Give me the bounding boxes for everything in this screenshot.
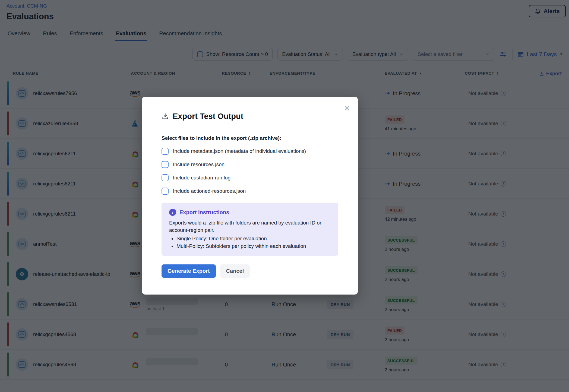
option-actioned-resources-json[interactable]: Include actioned-resources.json: [162, 188, 338, 195]
checkbox-metadata-json[interactable]: [162, 148, 169, 155]
checkbox-resources-json[interactable]: [162, 161, 169, 168]
export-options: Include metadata.json (metadata of indiv…: [142, 141, 358, 195]
option-resources-json[interactable]: Include resources.json: [162, 161, 338, 168]
select-files-label: Select files to include in the export (.…: [142, 128, 358, 141]
checkbox-custodian-run-log[interactable]: [162, 174, 169, 181]
generate-export-button[interactable]: Generate Export: [162, 264, 216, 278]
instructions-body: Exports would a .zip file with folders a…: [169, 219, 327, 234]
option-metadata-json[interactable]: Include metadata.json (metadata of indiv…: [162, 148, 338, 155]
evaluations-page: Account: CCM-NG Evaluations Alerts Overv…: [0, 0, 569, 392]
info-bubble-icon: i: [169, 209, 176, 216]
bullet-single-policy: Single Policy: One folder per evaluation: [176, 235, 331, 243]
close-icon[interactable]: ✕: [344, 105, 350, 112]
cancel-button[interactable]: Cancel: [220, 264, 250, 278]
download-icon: [162, 113, 169, 120]
export-instructions-callout: i Export Instructions Exports would a .z…: [162, 203, 338, 256]
instructions-bullets: Single Policy: One folder per evaluation…: [176, 235, 331, 250]
bullet-multi-policy: Multi-Policy: Subfolders per policy with…: [176, 242, 331, 250]
modal-title: Export Test Output: [173, 112, 243, 121]
instructions-title: Export Instructions: [179, 209, 229, 216]
option-custodian-run-log[interactable]: Include custodian-run.log: [162, 174, 338, 181]
checkbox-actioned-resources-json[interactable]: [162, 188, 169, 195]
export-test-output-modal: ✕ Export Test Output Select files to inc…: [142, 97, 358, 295]
